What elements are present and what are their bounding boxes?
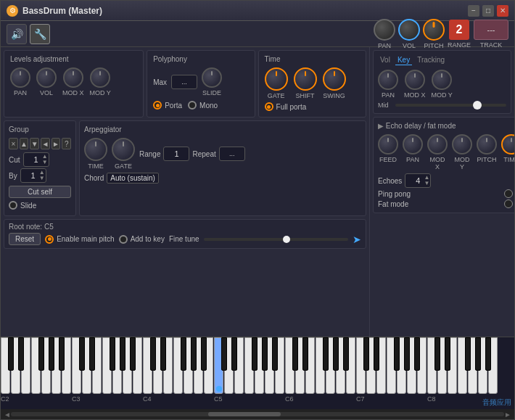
vk-modx-knob[interactable] — [405, 70, 425, 90]
range-value[interactable]: 2 — [449, 20, 469, 40]
max-spinbox[interactable]: ... — [171, 75, 197, 89]
pitch-knob-top[interactable] — [423, 19, 445, 41]
maximize-button[interactable]: □ — [482, 5, 494, 17]
group-r-btn[interactable]: ► — [52, 138, 61, 149]
by-spinbox[interactable]: 1 ▲ ▼ — [20, 168, 46, 183]
piano-black-key[interactable] — [374, 337, 379, 371]
cut-dn-arrow[interactable]: ▼ — [42, 160, 48, 165]
scroll-left[interactable]: ◄ — [4, 411, 11, 419]
mono-radio[interactable] — [188, 101, 197, 110]
piano-black-key[interactable] — [181, 337, 186, 371]
feed-knob[interactable] — [378, 134, 398, 155]
vk-mody-knob[interactable] — [432, 70, 452, 90]
piano-black-key[interactable] — [49, 337, 54, 371]
piano-black-key[interactable] — [323, 337, 329, 371]
full-porta-radio[interactable] — [265, 102, 273, 111]
enable-pitch-radio[interactable] — [45, 235, 54, 244]
piano-black-key[interactable] — [465, 337, 471, 371]
piano-black-key[interactable] — [110, 337, 115, 371]
by-dn-arrow[interactable]: ▼ — [39, 176, 45, 181]
piano-black-key[interactable] — [79, 337, 85, 371]
ping-pong-btn[interactable] — [504, 189, 513, 198]
piano-black-key[interactable] — [130, 337, 136, 371]
slide-radio[interactable] — [9, 201, 17, 210]
piano-black-key[interactable] — [404, 337, 410, 371]
echoes-spinbox[interactable]: 4 ▲ ▼ — [405, 173, 431, 188]
pan-knob-top[interactable] — [374, 19, 395, 41]
scrollbar-track2[interactable] — [11, 412, 504, 416]
key-tab[interactable]: Key — [395, 55, 412, 65]
piano-black-key[interactable] — [191, 337, 197, 371]
arp-time-knob[interactable] — [84, 138, 107, 161]
piano-black-key[interactable] — [262, 337, 268, 371]
piano-black-key[interactable] — [18, 337, 24, 371]
piano-black-key[interactable] — [59, 337, 65, 371]
echo-pitch-knob[interactable] — [477, 134, 497, 155]
piano-black-key[interactable] — [120, 337, 125, 371]
group-up-btn[interactable]: ▲ — [20, 138, 29, 149]
vol-knob-top[interactable] — [398, 19, 420, 41]
piano-black-key[interactable] — [475, 337, 481, 371]
porta-radio[interactable] — [153, 101, 162, 110]
echoes-dn[interactable]: ▼ — [424, 181, 429, 186]
levels-modx-knob[interactable] — [63, 67, 83, 88]
mid-slider-thumb[interactable] — [473, 101, 482, 110]
fine-tune-slider[interactable] — [283, 236, 290, 243]
wrench-button[interactable]: 🔧 — [30, 24, 50, 44]
track-value[interactable]: --- — [474, 20, 508, 40]
levels-vol-knob[interactable] — [36, 67, 57, 88]
piano-black-key[interactable] — [363, 337, 369, 371]
piano-black-key[interactable] — [434, 337, 440, 371]
scrollbar-thumb2[interactable] — [208, 412, 281, 416]
group-x-btn[interactable]: × — [9, 138, 18, 149]
piano-black-key[interactable] — [89, 337, 95, 371]
vk-pan-knob[interactable] — [378, 70, 398, 90]
group-dn-btn[interactable]: ▼ — [30, 138, 39, 149]
arp-gate-knob[interactable] — [112, 138, 135, 161]
slide-knob[interactable] — [202, 67, 222, 88]
arp-repeat-spinbox[interactable]: ... — [219, 147, 245, 161]
minimize-button[interactable]: − — [468, 5, 479, 17]
piano-black-key[interactable] — [252, 337, 258, 371]
piano-black-key[interactable] — [221, 337, 227, 371]
echo-mody-knob[interactable] — [452, 134, 472, 155]
piano-black-key[interactable] — [292, 337, 298, 371]
piano-black-key[interactable] — [38, 337, 44, 371]
fat-mode-btn[interactable] — [504, 199, 513, 208]
piano-black-key[interactable] — [272, 337, 278, 371]
piano-black-key[interactable] — [333, 337, 339, 371]
piano-black-key[interactable] — [160, 337, 166, 371]
swing-knob[interactable] — [323, 67, 346, 91]
piano-black-key[interactable] — [201, 337, 207, 371]
cut-self-button[interactable]: Cut self — [9, 186, 71, 198]
mid-slider-track[interactable] — [395, 104, 506, 107]
vol-tab[interactable]: Vol — [378, 55, 392, 65]
echo-time-knob[interactable] — [501, 134, 514, 155]
speaker-button[interactable]: 🔊 — [7, 24, 27, 44]
shift-knob[interactable] — [294, 67, 317, 91]
scroll-right[interactable]: ► — [504, 411, 511, 419]
piano-black-key[interactable] — [394, 337, 400, 371]
piano-black-key[interactable] — [414, 337, 420, 371]
piano-black-key[interactable] — [231, 337, 237, 371]
arrow-icon[interactable]: ➤ — [353, 234, 361, 245]
piano-black-key[interactable] — [343, 337, 349, 371]
echo-modx-knob[interactable] — [427, 134, 448, 155]
close-button[interactable]: ✕ — [497, 5, 508, 17]
group-l-btn[interactable]: ◄ — [41, 138, 50, 149]
echo-pan-knob[interactable] — [403, 134, 423, 155]
gate-knob[interactable] — [265, 67, 288, 91]
arp-range-spinbox[interactable]: 1 — [163, 147, 189, 161]
cut-spinbox[interactable]: 1 ▲ ▼ — [23, 152, 49, 167]
piano-black-key[interactable] — [485, 337, 491, 371]
chord-dropdown[interactable]: Auto (sustain) — [107, 173, 159, 184]
piano-black-key[interactable] — [8, 337, 14, 371]
piano-black-key[interactable] — [302, 337, 308, 371]
tracking-tab[interactable]: Tracking — [415, 55, 447, 65]
levels-mody-knob[interactable] — [90, 67, 110, 88]
piano-black-key[interactable] — [150, 337, 156, 371]
levels-pan-knob[interactable] — [10, 67, 30, 88]
add-to-key-radio[interactable] — [119, 235, 128, 244]
group-q-btn[interactable]: ? — [62, 138, 71, 149]
piano-black-key[interactable] — [445, 337, 450, 371]
